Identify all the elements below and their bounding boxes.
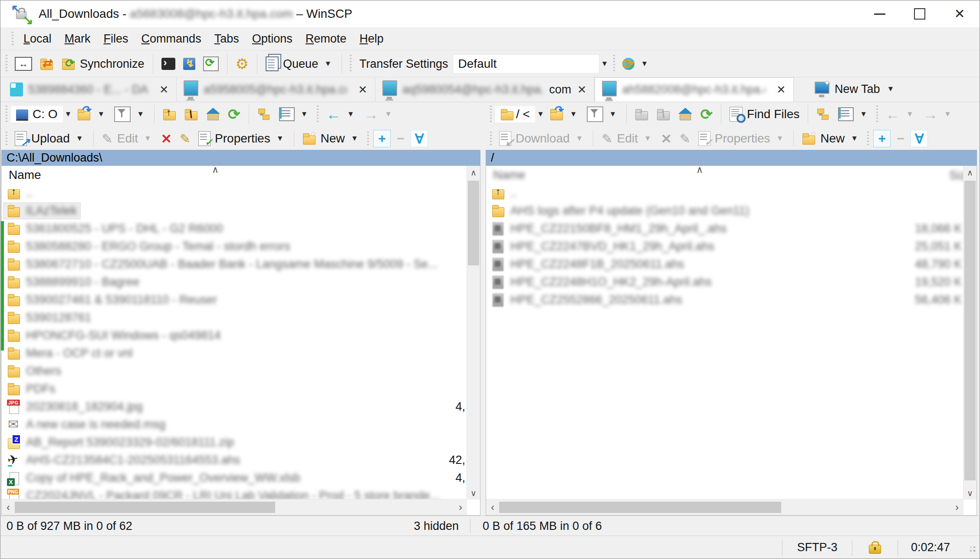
table-row[interactable]: 5380672710 - CZ2500UAB - Baader Bank - L… xyxy=(2,255,467,273)
scroll-down-icon[interactable]: ∨ xyxy=(964,486,977,499)
chevron-down-icon[interactable]: ▼ xyxy=(275,134,286,143)
table-row[interactable]: AB_Report 5390023329-02/6018111.zip xyxy=(2,433,467,451)
new-tab-button[interactable]: New Tab ▼ xyxy=(809,83,902,96)
minimize-button[interactable] xyxy=(860,0,900,27)
session-tab[interactable]: ah5882008@hpc-h3.it.hpa.com ✕ xyxy=(595,77,794,102)
session-tab[interactable]: aq5980054@hpc-h3.it.hpa.com ✕ xyxy=(375,77,595,102)
local-home-directory-button[interactable] xyxy=(202,103,224,125)
scroll-left-icon[interactable]: ‹ xyxy=(486,501,499,513)
remote-parent-directory-button[interactable] xyxy=(631,103,653,125)
scroll-down-icon[interactable]: ∨ xyxy=(467,486,480,499)
table-row[interactable]: .. xyxy=(2,184,467,202)
menu-item[interactable]: Help xyxy=(353,32,390,46)
unselect-files-button[interactable]: − xyxy=(392,130,409,147)
table-row[interactable]: 5380588280 - ERGO Group - Temal - stordh… xyxy=(2,238,467,255)
encryption-status[interactable] xyxy=(852,540,898,556)
menu-item[interactable]: Commands xyxy=(135,32,208,46)
menu-item[interactable]: Options xyxy=(246,32,299,46)
table-row[interactable]: Mera - OCP ct or vnl xyxy=(2,344,467,362)
scrollbar-thumb[interactable] xyxy=(964,181,976,480)
tab-close-icon[interactable]: ✕ xyxy=(776,83,786,96)
table-row[interactable]: 5361800525 - UPS - DHL - G2 R6000 xyxy=(2,220,467,238)
session-tab[interactable]: a5958005@hpc-h3.it.hpa.com ✕ xyxy=(177,77,375,102)
remote-properties-button[interactable]: Properties ▼ xyxy=(694,128,789,149)
remote-edit-button[interactable]: Edit ▼ xyxy=(598,128,657,149)
table-row[interactable]: HPE_CZ2247BVD_HK1_29h_April.ahs 25,051 K xyxy=(486,238,964,255)
local-view-style-button[interactable]: ▼ xyxy=(275,103,314,125)
menu-item[interactable]: Local xyxy=(17,32,58,46)
synchronize-browsing-button[interactable] xyxy=(36,53,58,75)
menu-item[interactable]: Mark xyxy=(58,32,97,46)
local-back-button[interactable]: ▼ xyxy=(322,103,360,125)
local-path-bar[interactable]: C:\All_Downloads\ xyxy=(1,150,480,165)
local-drive-select[interactable]: C: O xyxy=(11,106,63,122)
table-row[interactable]: PDFs xyxy=(2,380,467,398)
upload-button[interactable]: Upload ▼ xyxy=(11,128,89,149)
remote-column-header[interactable]: Name ∧ Siz xyxy=(486,166,977,184)
table-row[interactable]: 5390027461 & 5390118110 - Reuser xyxy=(2,291,467,309)
chevron-down-icon[interactable]: ▼ xyxy=(639,60,650,68)
queue-button[interactable]: Queue ▼ xyxy=(262,53,337,75)
local-delete-button[interactable] xyxy=(157,128,176,149)
unselect-files-button[interactable]: − xyxy=(892,130,909,147)
remote-horizontal-scrollbar[interactable]: ‹ › xyxy=(486,499,964,515)
chevron-down-icon[interactable]: ▼ xyxy=(599,60,610,68)
local-edit-button[interactable]: Edit ▼ xyxy=(98,128,157,149)
local-refresh-button[interactable] xyxy=(224,103,244,125)
table-row[interactable]: .. xyxy=(486,184,964,202)
tab-close-icon[interactable]: ✕ xyxy=(357,83,368,96)
download-button[interactable]: Download ▼ xyxy=(495,128,589,149)
remote-home-directory-button[interactable] xyxy=(674,103,696,125)
table-row[interactable]: HPONCFG-SUI Windows - qs049814 xyxy=(2,327,467,344)
chevron-down-icon[interactable]: ▼ xyxy=(349,134,360,143)
remote-root-directory-button[interactable] xyxy=(653,103,674,125)
remote-rename-button[interactable] xyxy=(676,128,694,149)
local-horizontal-scrollbar[interactable]: ‹ › xyxy=(2,499,467,515)
local-new-button[interactable]: New ▼ xyxy=(299,128,364,149)
select-same-button[interactable]: ∀ xyxy=(411,130,428,147)
chevron-down-icon[interactable]: ▼ xyxy=(608,110,618,119)
chevron-down-icon[interactable]: ▼ xyxy=(858,110,869,119)
table-row[interactable]: 5388899910 - Bagree xyxy=(2,273,467,291)
local-forward-button[interactable]: ▼ xyxy=(360,103,398,125)
table-row[interactable]: Others xyxy=(2,362,467,380)
local-rename-button[interactable] xyxy=(176,128,194,149)
table-row[interactable]: 5390128761 xyxy=(2,309,467,327)
local-column-header[interactable]: Name ∧ xyxy=(2,166,480,184)
scrollbar-thumb[interactable] xyxy=(15,502,275,513)
remote-delete-button[interactable] xyxy=(657,128,676,149)
chevron-down-icon[interactable]: ▼ xyxy=(74,134,85,143)
scroll-right-icon[interactable]: › xyxy=(950,501,964,513)
chevron-down-icon[interactable]: ▼ xyxy=(904,110,915,119)
chevron-down-icon[interactable]: ▼ xyxy=(63,110,74,119)
chevron-down-icon[interactable]: ▼ xyxy=(942,110,953,119)
protocol-status[interactable]: SFTP-3 xyxy=(782,540,852,556)
table-row[interactable]: HPE_CZ2248H1O_HK2_29h-April.ahs 19,520 K xyxy=(486,273,964,291)
remote-open-directory-button[interactable]: ▼ xyxy=(546,103,583,125)
local-properties-button[interactable]: Properties ▼ xyxy=(194,128,289,149)
close-button[interactable]: ✕ xyxy=(940,0,980,27)
select-same-button[interactable]: ∀ xyxy=(911,130,928,147)
select-files-button[interactable]: + xyxy=(373,130,391,147)
open-console-button[interactable] xyxy=(158,53,179,75)
chevron-down-icon[interactable]: ▼ xyxy=(345,110,356,119)
remote-filter-button[interactable]: ▼ xyxy=(583,103,622,125)
preferences-button[interactable] xyxy=(232,53,253,75)
table-row[interactable]: HPE_CZ22150BF8_HM1_29h_April_.ahs 18,066… xyxy=(486,220,964,238)
commander-button[interactable] xyxy=(179,53,199,75)
local-vertical-scrollbar[interactable]: ∧ ∨ xyxy=(467,166,480,499)
synchronize-browsing-toggle[interactable]: ▼ xyxy=(618,53,654,75)
table-row[interactable]: HPE_CZ2248F1B_20250611.ahs 48,790 K xyxy=(486,255,964,273)
scroll-right-icon[interactable]: › xyxy=(454,501,467,513)
chevron-down-icon[interactable]: ▼ xyxy=(299,110,310,119)
table-row[interactable]: Copy of HPE_Rack_and_Power_Overview_WW.x… xyxy=(2,469,467,487)
transfer-settings-select[interactable]: Default xyxy=(453,54,599,73)
scrollbar-thumb[interactable] xyxy=(499,502,781,513)
local-filter-button[interactable]: ▼ xyxy=(110,103,150,125)
remote-directory-select[interactable]: / < xyxy=(495,106,535,122)
remote-tree-button[interactable] xyxy=(812,103,834,125)
remote-view-style-button[interactable]: ▼ xyxy=(834,103,873,125)
chevron-down-icon[interactable]: ▼ xyxy=(95,110,106,119)
table-row[interactable]: CZ2024JNVL - Packard 09CR - LRI Uni Lab … xyxy=(2,487,467,499)
scrollbar-thumb[interactable] xyxy=(468,181,479,265)
